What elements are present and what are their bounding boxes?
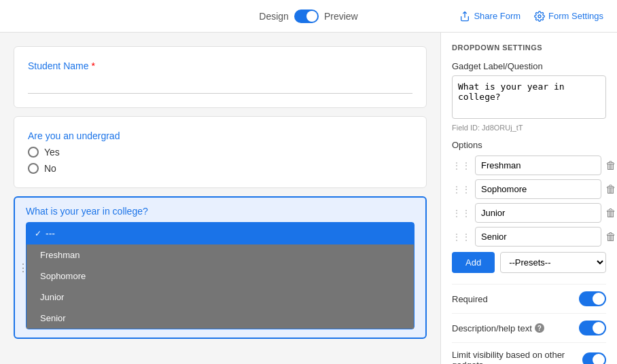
main-layout: Student Name * Are you an undergrad Yes … <box>0 33 617 364</box>
radio-yes[interactable]: Yes <box>28 147 412 158</box>
radio-circle-yes <box>28 147 39 158</box>
required-toggle[interactable] <box>579 291 606 306</box>
dropdown-option-sophomore[interactable]: Sophomore <box>27 266 414 287</box>
dropdown-option-freshman[interactable]: Freshman <box>27 244 414 266</box>
gadget-label-textarea[interactable]: What is your year in college? <box>452 75 606 119</box>
option-drag-icon-3[interactable]: ⋮⋮ <box>452 208 471 219</box>
share-form-button[interactable]: Share Form <box>459 11 521 22</box>
undergrad-card: Are you an undergrad Yes No <box>14 116 427 188</box>
option-row-freshman: ⋮⋮ 🗑 <box>452 156 606 175</box>
limit-visibility-row: Limit visibility based on other gadgets <box>452 342 606 364</box>
dropdown-option-junior[interactable]: Junior <box>27 287 414 308</box>
dropdown-options-list: Freshman Sophomore Junior Senior <box>27 244 414 329</box>
required-label: Required <box>452 294 488 304</box>
gadget-label-title: Gadget Label/Question <box>452 61 606 71</box>
topbar-center: Design Preview <box>259 10 357 23</box>
add-row: Add --Presets-- <box>452 252 606 273</box>
dropdown-option-senior[interactable]: Senior <box>27 308 414 329</box>
limit-visibility-toggle-knob <box>593 354 605 364</box>
form-area: Student Name * Are you an undergrad Yes … <box>0 33 440 364</box>
option-drag-icon-1[interactable]: ⋮⋮ <box>452 160 471 171</box>
required-toggle-knob <box>593 293 605 305</box>
option-row-sophomore: ⋮⋮ 🗑 <box>452 179 606 199</box>
topbar-right: Share Form Form Settings <box>459 11 603 22</box>
option-delete-senior[interactable]: 🗑 <box>605 231 616 243</box>
toggle-knob <box>306 11 317 22</box>
required-marker: * <box>91 60 94 71</box>
option-delete-junior[interactable]: 🗑 <box>605 207 616 219</box>
preview-label: Preview <box>324 11 358 22</box>
sidebar-title: DROPDOWN SETTINGS <box>452 43 606 52</box>
student-name-label: Student Name * <box>28 60 412 71</box>
sidebar: DROPDOWN SETTINGS Gadget Label/Question … <box>440 33 617 364</box>
checkmark-icon: ✓ <box>35 229 41 238</box>
option-row-senior: ⋮⋮ 🗑 <box>452 227 606 247</box>
option-input-senior[interactable] <box>475 227 601 247</box>
radio-circle-no <box>28 163 39 174</box>
options-label: Options <box>452 140 606 150</box>
option-delete-sophomore[interactable]: 🗑 <box>605 183 616 196</box>
limit-visibility-label: Limit visibility based on other gadgets <box>452 350 582 364</box>
dropdown-selected-row[interactable]: ✓ --- <box>27 223 414 244</box>
add-option-button[interactable]: Add <box>452 252 495 273</box>
radio-yes-label: Yes <box>44 147 60 158</box>
required-row: Required <box>452 284 606 313</box>
option-input-junior[interactable] <box>475 203 601 223</box>
design-preview-toggle[interactable] <box>294 10 319 23</box>
option-drag-icon-2[interactable]: ⋮⋮ <box>452 184 471 195</box>
description-label: Description/help text ? <box>452 323 544 333</box>
option-input-freshman[interactable] <box>475 156 601 175</box>
help-icon: ? <box>535 323 544 333</box>
radio-no[interactable]: No <box>28 163 412 174</box>
dropdown-question-label: What is your year in college? <box>26 206 415 217</box>
form-settings-button[interactable]: Form Settings <box>534 11 603 22</box>
radio-group: Yes No <box>28 147 412 174</box>
student-name-card: Student Name * <box>14 46 427 108</box>
dropdown-card: ⋮⋮ What is your year in college? ✓ --- F… <box>14 196 427 339</box>
gear-icon <box>534 11 545 22</box>
svg-point-0 <box>538 15 541 18</box>
field-id: Field ID: Jd8ORUj_tT <box>452 124 606 132</box>
design-label: Design <box>259 11 289 22</box>
dropdown-selected-text: --- <box>46 228 55 239</box>
dropdown-open[interactable]: ✓ --- Freshman Sophomore Junior Senior <box>26 222 415 329</box>
topbar: Design Preview Share Form Form Settings <box>0 0 617 33</box>
undergrad-question-label: Are you an undergrad <box>28 130 412 141</box>
student-name-input[interactable] <box>28 77 412 94</box>
description-toggle[interactable] <box>579 321 606 335</box>
radio-no-label: No <box>44 163 56 174</box>
option-delete-freshman[interactable]: 🗑 <box>605 160 616 172</box>
share-icon <box>459 11 470 22</box>
description-row: Description/help text ? <box>452 313 606 342</box>
option-row-junior: ⋮⋮ 🗑 <box>452 203 606 223</box>
option-input-sophomore[interactable] <box>475 179 601 199</box>
option-drag-icon-4[interactable]: ⋮⋮ <box>452 232 471 242</box>
presets-select[interactable]: --Presets-- <box>500 252 606 273</box>
limit-visibility-toggle[interactable] <box>582 352 606 364</box>
description-toggle-knob <box>593 322 605 334</box>
